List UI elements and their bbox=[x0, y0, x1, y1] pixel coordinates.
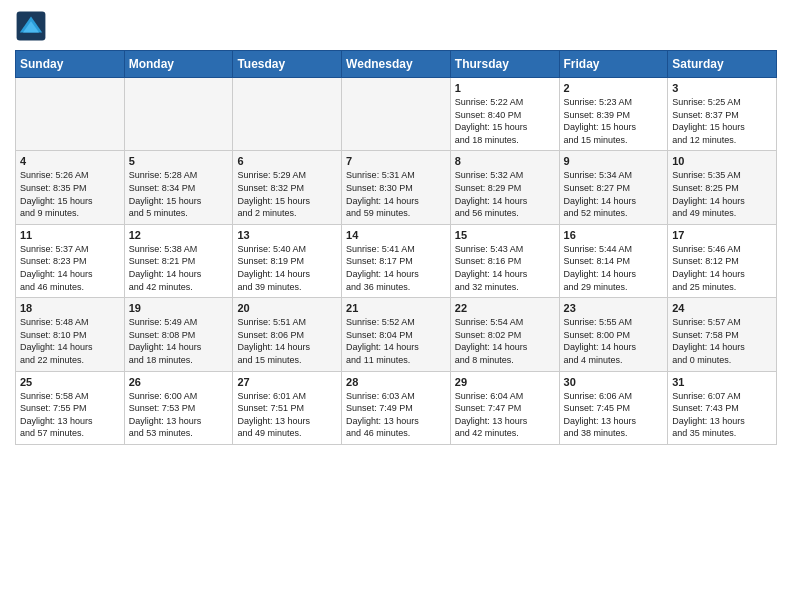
day-info: Sunrise: 5:52 AM Sunset: 8:04 PM Dayligh… bbox=[346, 316, 446, 366]
day-info: Sunrise: 6:03 AM Sunset: 7:49 PM Dayligh… bbox=[346, 390, 446, 440]
calendar-cell: 7Sunrise: 5:31 AM Sunset: 8:30 PM Daylig… bbox=[342, 151, 451, 224]
day-info: Sunrise: 5:37 AM Sunset: 8:23 PM Dayligh… bbox=[20, 243, 120, 293]
day-info: Sunrise: 5:35 AM Sunset: 8:25 PM Dayligh… bbox=[672, 169, 772, 219]
calendar-cell bbox=[16, 78, 125, 151]
day-number: 18 bbox=[20, 302, 120, 314]
day-number: 9 bbox=[564, 155, 664, 167]
day-header-saturday: Saturday bbox=[668, 51, 777, 78]
day-number: 14 bbox=[346, 229, 446, 241]
calendar-week-2: 4Sunrise: 5:26 AM Sunset: 8:35 PM Daylig… bbox=[16, 151, 777, 224]
calendar-cell: 30Sunrise: 6:06 AM Sunset: 7:45 PM Dayli… bbox=[559, 371, 668, 444]
day-info: Sunrise: 5:22 AM Sunset: 8:40 PM Dayligh… bbox=[455, 96, 555, 146]
calendar-cell: 16Sunrise: 5:44 AM Sunset: 8:14 PM Dayli… bbox=[559, 224, 668, 297]
calendar-cell: 6Sunrise: 5:29 AM Sunset: 8:32 PM Daylig… bbox=[233, 151, 342, 224]
day-info: Sunrise: 5:57 AM Sunset: 7:58 PM Dayligh… bbox=[672, 316, 772, 366]
calendar-cell: 18Sunrise: 5:48 AM Sunset: 8:10 PM Dayli… bbox=[16, 298, 125, 371]
day-info: Sunrise: 5:32 AM Sunset: 8:29 PM Dayligh… bbox=[455, 169, 555, 219]
day-number: 19 bbox=[129, 302, 229, 314]
day-number: 24 bbox=[672, 302, 772, 314]
calendar-cell: 20Sunrise: 5:51 AM Sunset: 8:06 PM Dayli… bbox=[233, 298, 342, 371]
day-info: Sunrise: 5:38 AM Sunset: 8:21 PM Dayligh… bbox=[129, 243, 229, 293]
day-info: Sunrise: 5:48 AM Sunset: 8:10 PM Dayligh… bbox=[20, 316, 120, 366]
day-info: Sunrise: 5:26 AM Sunset: 8:35 PM Dayligh… bbox=[20, 169, 120, 219]
calendar-cell: 28Sunrise: 6:03 AM Sunset: 7:49 PM Dayli… bbox=[342, 371, 451, 444]
day-number: 28 bbox=[346, 376, 446, 388]
day-info: Sunrise: 5:46 AM Sunset: 8:12 PM Dayligh… bbox=[672, 243, 772, 293]
day-number: 7 bbox=[346, 155, 446, 167]
calendar-week-5: 25Sunrise: 5:58 AM Sunset: 7:55 PM Dayli… bbox=[16, 371, 777, 444]
day-number: 8 bbox=[455, 155, 555, 167]
day-number: 29 bbox=[455, 376, 555, 388]
calendar-cell: 27Sunrise: 6:01 AM Sunset: 7:51 PM Dayli… bbox=[233, 371, 342, 444]
day-number: 30 bbox=[564, 376, 664, 388]
calendar-cell: 11Sunrise: 5:37 AM Sunset: 8:23 PM Dayli… bbox=[16, 224, 125, 297]
calendar-cell: 15Sunrise: 5:43 AM Sunset: 8:16 PM Dayli… bbox=[450, 224, 559, 297]
calendar-table: SundayMondayTuesdayWednesdayThursdayFrid… bbox=[15, 50, 777, 445]
calendar-cell: 13Sunrise: 5:40 AM Sunset: 8:19 PM Dayli… bbox=[233, 224, 342, 297]
day-info: Sunrise: 5:25 AM Sunset: 8:37 PM Dayligh… bbox=[672, 96, 772, 146]
calendar-cell: 22Sunrise: 5:54 AM Sunset: 8:02 PM Dayli… bbox=[450, 298, 559, 371]
day-header-monday: Monday bbox=[124, 51, 233, 78]
day-info: Sunrise: 5:49 AM Sunset: 8:08 PM Dayligh… bbox=[129, 316, 229, 366]
day-number: 4 bbox=[20, 155, 120, 167]
day-header-thursday: Thursday bbox=[450, 51, 559, 78]
day-number: 15 bbox=[455, 229, 555, 241]
calendar-cell: 12Sunrise: 5:38 AM Sunset: 8:21 PM Dayli… bbox=[124, 224, 233, 297]
calendar-cell: 26Sunrise: 6:00 AM Sunset: 7:53 PM Dayli… bbox=[124, 371, 233, 444]
calendar-cell: 4Sunrise: 5:26 AM Sunset: 8:35 PM Daylig… bbox=[16, 151, 125, 224]
day-number: 11 bbox=[20, 229, 120, 241]
day-number: 13 bbox=[237, 229, 337, 241]
day-number: 21 bbox=[346, 302, 446, 314]
calendar-cell bbox=[124, 78, 233, 151]
day-info: Sunrise: 6:00 AM Sunset: 7:53 PM Dayligh… bbox=[129, 390, 229, 440]
day-info: Sunrise: 5:51 AM Sunset: 8:06 PM Dayligh… bbox=[237, 316, 337, 366]
calendar-cell: 31Sunrise: 6:07 AM Sunset: 7:43 PM Dayli… bbox=[668, 371, 777, 444]
day-header-tuesday: Tuesday bbox=[233, 51, 342, 78]
day-number: 16 bbox=[564, 229, 664, 241]
day-info: Sunrise: 6:06 AM Sunset: 7:45 PM Dayligh… bbox=[564, 390, 664, 440]
day-number: 22 bbox=[455, 302, 555, 314]
day-info: Sunrise: 5:54 AM Sunset: 8:02 PM Dayligh… bbox=[455, 316, 555, 366]
calendar-cell: 24Sunrise: 5:57 AM Sunset: 7:58 PM Dayli… bbox=[668, 298, 777, 371]
day-info: Sunrise: 5:44 AM Sunset: 8:14 PM Dayligh… bbox=[564, 243, 664, 293]
day-number: 1 bbox=[455, 82, 555, 94]
calendar-week-4: 18Sunrise: 5:48 AM Sunset: 8:10 PM Dayli… bbox=[16, 298, 777, 371]
day-info: Sunrise: 5:55 AM Sunset: 8:00 PM Dayligh… bbox=[564, 316, 664, 366]
day-number: 26 bbox=[129, 376, 229, 388]
calendar-cell: 5Sunrise: 5:28 AM Sunset: 8:34 PM Daylig… bbox=[124, 151, 233, 224]
day-number: 10 bbox=[672, 155, 772, 167]
calendar-cell: 17Sunrise: 5:46 AM Sunset: 8:12 PM Dayli… bbox=[668, 224, 777, 297]
day-number: 23 bbox=[564, 302, 664, 314]
day-number: 25 bbox=[20, 376, 120, 388]
calendar-cell: 23Sunrise: 5:55 AM Sunset: 8:00 PM Dayli… bbox=[559, 298, 668, 371]
day-number: 17 bbox=[672, 229, 772, 241]
logo bbox=[15, 10, 51, 42]
header bbox=[15, 10, 777, 42]
day-number: 20 bbox=[237, 302, 337, 314]
calendar-cell: 2Sunrise: 5:23 AM Sunset: 8:39 PM Daylig… bbox=[559, 78, 668, 151]
day-info: Sunrise: 5:31 AM Sunset: 8:30 PM Dayligh… bbox=[346, 169, 446, 219]
calendar-cell bbox=[342, 78, 451, 151]
calendar-cell: 14Sunrise: 5:41 AM Sunset: 8:17 PM Dayli… bbox=[342, 224, 451, 297]
calendar-cell: 1Sunrise: 5:22 AM Sunset: 8:40 PM Daylig… bbox=[450, 78, 559, 151]
calendar-cell: 29Sunrise: 6:04 AM Sunset: 7:47 PM Dayli… bbox=[450, 371, 559, 444]
calendar-week-3: 11Sunrise: 5:37 AM Sunset: 8:23 PM Dayli… bbox=[16, 224, 777, 297]
day-number: 27 bbox=[237, 376, 337, 388]
day-header-sunday: Sunday bbox=[16, 51, 125, 78]
day-info: Sunrise: 5:41 AM Sunset: 8:17 PM Dayligh… bbox=[346, 243, 446, 293]
calendar-week-1: 1Sunrise: 5:22 AM Sunset: 8:40 PM Daylig… bbox=[16, 78, 777, 151]
calendar-cell: 19Sunrise: 5:49 AM Sunset: 8:08 PM Dayli… bbox=[124, 298, 233, 371]
calendar-cell: 21Sunrise: 5:52 AM Sunset: 8:04 PM Dayli… bbox=[342, 298, 451, 371]
day-header-friday: Friday bbox=[559, 51, 668, 78]
calendar-cell: 9Sunrise: 5:34 AM Sunset: 8:27 PM Daylig… bbox=[559, 151, 668, 224]
day-number: 6 bbox=[237, 155, 337, 167]
day-info: Sunrise: 6:01 AM Sunset: 7:51 PM Dayligh… bbox=[237, 390, 337, 440]
calendar-cell: 25Sunrise: 5:58 AM Sunset: 7:55 PM Dayli… bbox=[16, 371, 125, 444]
day-number: 31 bbox=[672, 376, 772, 388]
day-number: 5 bbox=[129, 155, 229, 167]
day-number: 2 bbox=[564, 82, 664, 94]
day-info: Sunrise: 6:04 AM Sunset: 7:47 PM Dayligh… bbox=[455, 390, 555, 440]
calendar-header-row: SundayMondayTuesdayWednesdayThursdayFrid… bbox=[16, 51, 777, 78]
day-info: Sunrise: 5:34 AM Sunset: 8:27 PM Dayligh… bbox=[564, 169, 664, 219]
day-info: Sunrise: 5:28 AM Sunset: 8:34 PM Dayligh… bbox=[129, 169, 229, 219]
